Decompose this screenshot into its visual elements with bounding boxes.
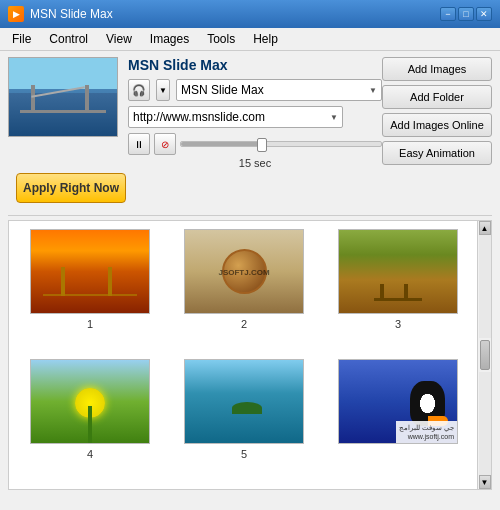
profile-dropdown[interactable]: MSN Slide Max ▼ <box>176 79 382 101</box>
time-slider[interactable] <box>180 141 382 147</box>
profile-dropdown-value: MSN Slide Max <box>181 83 264 97</box>
header-area: MSN Slide Max 🎧 ▼ MSN Slide Max ▼ http:/… <box>0 51 500 169</box>
thumb-label-2: 2 <box>241 318 247 330</box>
menu-help[interactable]: Help <box>245 30 286 48</box>
list-item[interactable]: 3 <box>325 229 471 351</box>
dropdown-arrow-btn[interactable]: ▼ <box>156 79 170 101</box>
images-grid: 1 JSOFTJ.COM 2 3 <box>9 221 491 489</box>
thumbnail-2[interactable]: JSOFTJ.COM <box>184 229 304 314</box>
thumbnail-5[interactable] <box>184 359 304 444</box>
apply-row: Apply Right Now <box>0 173 500 211</box>
add-folder-button[interactable]: Add Folder <box>382 85 492 109</box>
scroll-up-button[interactable]: ▲ <box>479 221 491 235</box>
playback-row: ⏸ ⊘ <box>128 133 382 155</box>
list-item[interactable]: JSOFTJ.COM 2 <box>171 229 317 351</box>
overlay-label: جي سوفت للبرامجwww.jsoftj.com <box>396 421 457 443</box>
preview-controls: MSN Slide Max 🎧 ▼ MSN Slide Max ▼ http:/… <box>8 57 382 169</box>
url-value: http://www.msnslide.com <box>133 110 265 124</box>
menu-bar: File Control View Images Tools Help <box>0 28 500 51</box>
title-bar-text: MSN Slide Max <box>30 7 113 21</box>
app-icon: ▶ <box>8 6 24 22</box>
title-bar-left: ▶ MSN Slide Max <box>8 6 113 22</box>
list-item[interactable]: 5 <box>171 359 317 481</box>
scroll-down-button[interactable]: ▼ <box>479 475 491 489</box>
watermark-text: JSOFTJ.COM <box>218 267 269 276</box>
thumbnail-1[interactable] <box>30 229 150 314</box>
app-title-label: MSN Slide Max <box>128 57 382 73</box>
preview-image <box>8 57 118 137</box>
thumb-label-1: 1 <box>87 318 93 330</box>
dropdown-arrow-icon: ▼ <box>369 86 377 95</box>
close-button[interactable]: ✕ <box>476 7 492 21</box>
menu-images[interactable]: Images <box>142 30 197 48</box>
add-images-online-button[interactable]: Add Images Online <box>382 113 492 137</box>
maximize-button[interactable]: □ <box>458 7 474 21</box>
thumbnail-6[interactable]: جي سوفت للبرامجwww.jsoftj.com <box>338 359 458 444</box>
url-dropdown-arrow: ▼ <box>330 113 338 122</box>
title-bar: ▶ MSN Slide Max − □ ✕ <box>0 0 500 28</box>
headphone-icon[interactable]: 🎧 <box>128 79 150 101</box>
add-images-button[interactable]: Add Images <box>382 57 492 81</box>
title-bar-controls: − □ ✕ <box>440 7 492 21</box>
sec-label: 15 sec <box>128 157 382 169</box>
list-item[interactable]: 1 <box>17 229 163 351</box>
controls-section: MSN Slide Max 🎧 ▼ MSN Slide Max ▼ http:/… <box>128 57 382 169</box>
minimize-button[interactable]: − <box>440 7 456 21</box>
separator <box>8 215 492 216</box>
url-row: http://www.msnslide.com ▼ <box>128 106 382 128</box>
apply-now-button[interactable]: Apply Right Now <box>16 173 126 203</box>
easy-animation-button[interactable]: Easy Animation <box>382 141 492 165</box>
list-item[interactable]: 4 <box>17 359 163 481</box>
scrollbar[interactable]: ▲ ▼ <box>477 221 491 489</box>
stop-button[interactable]: ⊘ <box>154 133 176 155</box>
menu-tools[interactable]: Tools <box>199 30 243 48</box>
thumb-label-5: 5 <box>241 448 247 460</box>
thumb-label-4: 4 <box>87 448 93 460</box>
images-grid-container: 1 JSOFTJ.COM 2 3 <box>8 220 492 490</box>
profile-row: 🎧 ▼ MSN Slide Max ▼ <box>128 79 382 101</box>
thumbnail-4[interactable] <box>30 359 150 444</box>
scroll-thumb[interactable] <box>480 340 490 370</box>
thumb-label-3: 3 <box>395 318 401 330</box>
list-item[interactable]: جي سوفت للبرامجwww.jsoftj.com <box>325 359 471 481</box>
menu-file[interactable]: File <box>4 30 39 48</box>
slider-thumb[interactable] <box>257 138 267 152</box>
thumbnail-3[interactable] <box>338 229 458 314</box>
slider-fill <box>181 142 261 146</box>
menu-view[interactable]: View <box>98 30 140 48</box>
right-buttons: Add Images Add Folder Add Images Online … <box>382 57 492 165</box>
pause-button[interactable]: ⏸ <box>128 133 150 155</box>
url-dropdown[interactable]: http://www.msnslide.com ▼ <box>128 106 343 128</box>
menu-control[interactable]: Control <box>41 30 96 48</box>
